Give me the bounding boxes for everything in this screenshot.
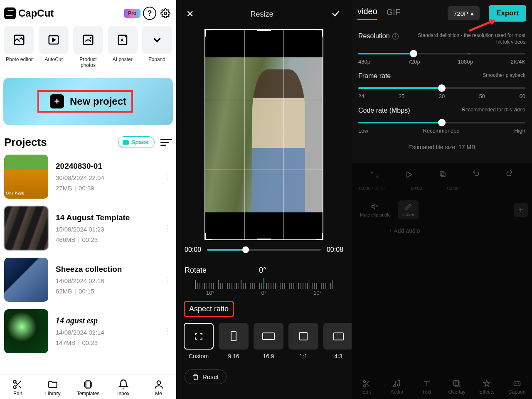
resolution-hint: Standard definition - the resolution use… [403, 32, 525, 45]
pro-badge[interactable]: Pro [124, 9, 140, 18]
close-icon[interactable]: ✕ [186, 9, 194, 20]
tool-ai-poster[interactable]: AI AI poster [106, 26, 138, 69]
text-tool[interactable]: Text [412, 375, 442, 399]
grid-overlay [205, 30, 323, 239]
project-thumbnail [4, 258, 48, 302]
app-logo: CapCut [4, 7, 54, 19]
annotation-arrow [468, 18, 500, 34]
edit-tool[interactable]: Edit [352, 375, 382, 399]
tab-video[interactable]: video [357, 7, 377, 20]
overlay-tool[interactable]: Overlay [442, 375, 472, 399]
tool-product-photos[interactable]: Product photos [72, 26, 104, 69]
space-button[interactable]: Space [118, 136, 155, 148]
rotate-ruler[interactable] [176, 276, 352, 289]
svg-point-6 [14, 380, 17, 383]
project-item[interactable]: 14 agust esp 14/08/2024 02:14 147MB|00:2… [4, 309, 172, 353]
info-icon[interactable]: ? [392, 33, 399, 39]
cloud-icon [123, 140, 129, 145]
nav-templates[interactable]: Templates [71, 375, 106, 399]
templates-icon [83, 379, 94, 390]
aspect-4-3[interactable]: 4:3 [323, 323, 353, 360]
crop-canvas[interactable] [204, 29, 323, 240]
aspect-custom[interactable]: Custom [184, 323, 214, 360]
coderate-hint: Recommended for this video [414, 107, 526, 113]
play-icon[interactable] [405, 170, 413, 180]
more-icon[interactable]: ⋮ [162, 309, 172, 353]
tool-autocut[interactable]: AutoCut [38, 26, 70, 69]
nav-edit[interactable]: Edit [0, 375, 35, 399]
add-track-button[interactable]: + [514, 203, 528, 217]
aspect-1-1[interactable]: 1:1 [288, 323, 318, 360]
more-icon[interactable]: ⋮ [162, 206, 172, 250]
time-total: 00:08 [327, 246, 343, 254]
tab-gif[interactable]: GIF [387, 7, 400, 20]
folder-icon [47, 379, 58, 390]
seek-slider[interactable] [207, 249, 321, 251]
nav-inbox[interactable]: Inbox [106, 375, 141, 399]
fullscreen-icon[interactable] [370, 170, 379, 180]
effects-tool[interactable]: Effects [472, 375, 502, 399]
more-icon[interactable]: ⋮ [162, 258, 172, 302]
tool-photo-editor[interactable]: Photo editor [3, 26, 35, 69]
speaker-icon [371, 202, 379, 211]
pencil-icon [405, 203, 412, 210]
svg-rect-16 [514, 382, 520, 386]
rotate-value: 0° [182, 266, 343, 275]
scissors-icon [12, 379, 23, 390]
time-current: 00:00 [185, 246, 201, 254]
tool-expand[interactable]: Expand [141, 26, 173, 69]
aspect-9-16[interactable]: 9:16 [219, 323, 249, 360]
resolution-label: Resolution? [358, 32, 399, 40]
aspect-ratio-label: Aspect ratio [184, 301, 234, 317]
framerate-hint: Smoother playback [395, 72, 525, 79]
svg-point-7 [14, 386, 17, 389]
caret-up-icon: ▴ [470, 10, 474, 17]
project-item[interactable]: 14 August Template 15/08/2024 01:23 466M… [4, 206, 172, 250]
svg-rect-10 [440, 172, 444, 175]
panel-title: Resize [194, 10, 330, 19]
mute-clip-button[interactable]: Mute clip audio [356, 200, 395, 220]
coderate-label: Code rate (Mbps) [358, 107, 410, 114]
framerate-slider[interactable] [358, 87, 525, 89]
project-thumbnail [4, 155, 48, 199]
projects-title: Projects [4, 136, 118, 149]
help-icon[interactable]: ? [143, 7, 156, 20]
reset-button[interactable]: Reset [185, 369, 227, 384]
undo-icon[interactable] [472, 170, 480, 180]
project-thumbnail [4, 309, 48, 353]
project-thumbnail [4, 206, 48, 250]
nav-me[interactable]: Me [141, 375, 176, 399]
svg-rect-15 [455, 382, 460, 387]
caption-tool[interactable]: Caption [502, 375, 532, 399]
svg-point-9 [157, 381, 160, 384]
project-item[interactable]: Sheeza collection 14/08/2024 02:16 62MB|… [4, 258, 172, 302]
confirm-icon[interactable] [330, 8, 342, 20]
aspect-16-9[interactable]: 16:9 [254, 323, 283, 360]
redo-icon[interactable] [506, 170, 513, 180]
svg-rect-11 [441, 173, 445, 177]
svg-point-0 [164, 12, 167, 15]
nav-library[interactable]: Library [35, 375, 71, 399]
annotation-highlight [37, 90, 133, 113]
svg-rect-8 [86, 381, 91, 388]
user-icon [153, 379, 164, 390]
new-project-button[interactable]: + New project [3, 78, 173, 125]
coderate-slider[interactable] [358, 122, 525, 123]
audio-tool[interactable]: Audio [382, 375, 411, 399]
sort-icon[interactable] [160, 138, 172, 147]
svg-point-12 [364, 381, 366, 383]
bell-icon [118, 379, 129, 390]
svg-rect-14 [454, 381, 459, 386]
more-icon[interactable]: ⋮ [162, 155, 172, 199]
cover-button[interactable]: Cover [398, 200, 419, 219]
add-audio-button[interactable]: + Add audio [352, 227, 532, 234]
framerate-label: Frame rate [358, 72, 391, 80]
resolution-slider[interactable] [358, 53, 525, 54]
copy-icon[interactable] [439, 170, 446, 180]
svg-text:AI: AI [121, 38, 124, 42]
project-item[interactable]: 20240830-01 30/08/2024 22:04 27MB|00:39 … [4, 155, 172, 199]
trash-icon [192, 374, 199, 380]
settings-icon[interactable] [159, 7, 172, 20]
estimated-size: Estimated file size: 17 MB [352, 135, 532, 163]
